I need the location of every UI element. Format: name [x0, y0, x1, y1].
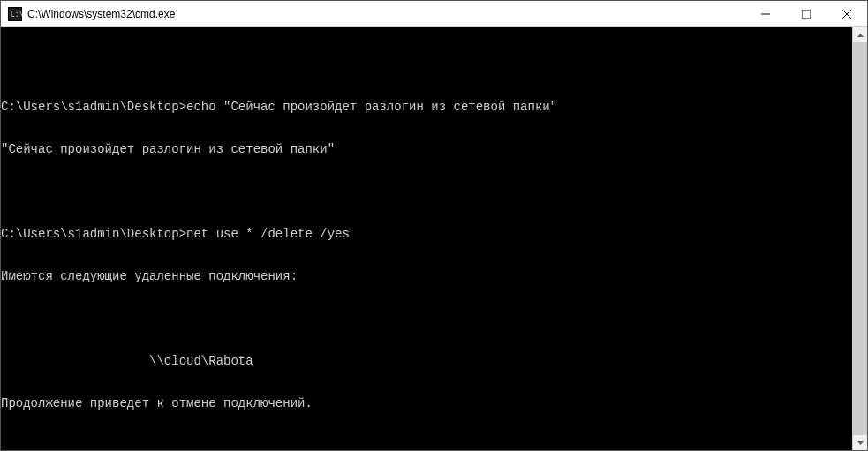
terminal-line: \\cloud\Rabota — [1, 354, 852, 368]
svg-rect-3 — [761, 13, 770, 14]
terminal-line — [1, 312, 852, 326]
terminal-line: C:\Users\s1admin\Desktop>net use * /dele… — [1, 227, 852, 241]
maximize-button[interactable] — [786, 1, 826, 26]
chevron-up-icon — [857, 34, 864, 37]
maximize-icon — [802, 10, 811, 19]
minimize-icon — [761, 10, 770, 19]
terminal-output[interactable]: C:\Users\s1admin\Desktop>echo "Сейчас пр… — [1, 27, 852, 450]
terminal-line — [1, 57, 852, 71]
window-title: C:\Windows\system32\cmd.exe — [27, 8, 745, 20]
chevron-down-icon — [857, 441, 864, 445]
minimize-button[interactable] — [745, 1, 786, 26]
scroll-up-button[interactable] — [853, 27, 867, 42]
svg-marker-8 — [857, 441, 864, 445]
window-controls — [745, 1, 867, 26]
svg-rect-4 — [802, 10, 811, 19]
svg-text:C:\: C:\ — [11, 11, 22, 19]
terminal-line: Продолжение приведет к отмене подключени… — [1, 396, 852, 410]
terminal-line: C:\Users\s1admin\Desktop>echo "Сейчас пр… — [1, 100, 852, 114]
scroll-down-button[interactable] — [853, 435, 867, 450]
vertical-scrollbar[interactable] — [852, 27, 867, 450]
cmd-window: C:\ C:\Windows\system32\cmd.exe — [0, 0, 868, 451]
scroll-thumb[interactable] — [853, 42, 867, 435]
titlebar[interactable]: C:\ C:\Windows\system32\cmd.exe — [1, 1, 867, 27]
terminal-line — [1, 439, 852, 450]
close-icon — [842, 10, 851, 19]
terminal-line: Имеются следующие удаленные подключения: — [1, 269, 852, 283]
svg-marker-7 — [857, 34, 864, 37]
terminal-line: "Сейчас произойдет разлогин из сетевой п… — [1, 142, 852, 156]
scroll-track[interactable] — [853, 42, 867, 435]
cmd-icon: C:\ — [8, 7, 22, 21]
close-button[interactable] — [826, 1, 867, 26]
content-area: C:\Users\s1admin\Desktop>echo "Сейчас пр… — [1, 27, 867, 450]
terminal-line — [1, 184, 852, 199]
